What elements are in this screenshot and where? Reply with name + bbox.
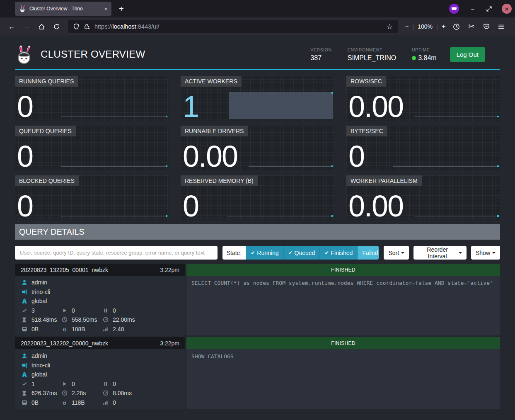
history-clock-icon[interactable] [450, 20, 463, 33]
reload-button[interactable] [50, 20, 63, 33]
source-sign-in-icon [21, 362, 28, 368]
pocket-icon[interactable] [480, 20, 493, 33]
stat-card: RUNNABLE DRIVERS 0.00 [181, 126, 334, 170]
stat-sparkline [61, 117, 167, 117]
stat-sparkline [414, 117, 499, 117]
query-row: 20220823_132202_00000_nwbzk 3:22pm FINIS… [15, 337, 500, 409]
wall-time-value: 518.48ms [31, 316, 57, 323]
current-memory-value: 0B [31, 399, 39, 406]
privacy-mask-extension-icon[interactable] [449, 4, 459, 14]
cumulative-value: 0 [113, 399, 116, 406]
sparkline-dot [331, 165, 333, 167]
show-dropdown[interactable]: Show [471, 246, 500, 260]
environment-label: ENVIRONMENT [348, 47, 396, 52]
state-filter-label: State: [222, 246, 246, 260]
stat-label: RUNNABLE DRIVERS [181, 126, 248, 136]
query-sql-text: SELECT COUNT(*) as nodes FROM system.run… [186, 276, 500, 335]
query-resource-group: global [31, 371, 47, 378]
minimize-button[interactable]: − [469, 5, 476, 12]
state-filter-group: State: ✔ Running ✔ Queued ✔ Finished Fai… [222, 246, 379, 260]
url-scheme: https:// [94, 23, 113, 30]
separator: | [436, 23, 438, 30]
screenshot-scissors-icon[interactable]: ✂ [465, 20, 478, 33]
sparkline-dot [166, 165, 167, 167]
query-filter-toolbar: State: ✔ Running ✔ Queued ✔ Finished Fai… [15, 246, 500, 260]
stat-value: 1 [183, 92, 198, 121]
bookmark-star-icon[interactable]: ☆ [387, 22, 393, 31]
browser-tab[interactable]: Cluster Overview - Trino × [15, 2, 111, 16]
sparkline-dot [331, 92, 333, 94]
current-memory-value: 0B [31, 326, 39, 333]
tracking-shield-icon[interactable] [73, 23, 80, 30]
lock-warning-icon[interactable] [84, 23, 90, 30]
query-time: 3:22pm [160, 267, 179, 273]
sparkline-dot [497, 215, 499, 217]
stat-sparkline [61, 166, 167, 167]
sort-dropdown[interactable]: Sort [384, 246, 409, 260]
menu-hamburger-icon[interactable] [495, 20, 508, 33]
browser-navbar: ← → https://localhost:8443/ui/ ☆ − | 100… [0, 17, 515, 36]
stat-label: WORKER PARALLELISM [346, 175, 422, 186]
stat-sparkline [414, 216, 499, 216]
uptime-value: 3.84m [418, 54, 436, 62]
query-id-link[interactable]: 20220823_132205_00001_nwbzk [21, 267, 108, 273]
query-search-input[interactable] [15, 246, 218, 260]
zoom-out-button[interactable]: − [405, 23, 409, 30]
sparkline-dot [331, 215, 333, 217]
logout-button[interactable]: Log Out [450, 47, 485, 62]
back-button[interactable]: ← [5, 20, 18, 33]
stat-card: QUEUED QUERIES 0 [15, 126, 169, 170]
sparkline-dot [497, 116, 499, 117]
cumulative-chart-icon [102, 326, 109, 332]
check-icon: ✔ [251, 250, 255, 256]
peak-memory-flame-icon [61, 400, 68, 405]
state-filter-running[interactable]: ✔ Running [246, 246, 283, 260]
sparkline-dot [166, 215, 167, 217]
wall-time-hourglass-icon [21, 391, 28, 396]
query-status-badge: FINISHED [186, 264, 500, 276]
zoom-in-button[interactable]: + [442, 22, 446, 31]
sparkline-dot [497, 165, 499, 167]
queued-splits-value: 0 [113, 381, 116, 387]
query-details-header: QUERY DETAILS [15, 224, 500, 240]
show-label: Show [476, 250, 490, 256]
query-id-bar: 20220823_132205_00001_nwbzk 3:22pm [15, 264, 185, 276]
stat-label: ACTIVE WORKERS [181, 76, 242, 87]
stat-value: 0 [348, 142, 364, 170]
state-filter-failed-dropdown[interactable]: Failed [357, 246, 379, 260]
cpu-time-clock-icon [61, 390, 68, 396]
stat-value: 0 [183, 192, 198, 220]
url-bar[interactable]: https://localhost:8443/ui/ ☆ [68, 20, 398, 33]
stat-value: 0.00 [348, 92, 403, 121]
url-text[interactable]: https://localhost:8443/ui/ [94, 23, 159, 30]
completed-splits-check-icon [21, 308, 28, 313]
restore-window-button[interactable] [486, 6, 492, 12]
current-memory-icon [21, 400, 28, 405]
state-filter-finished[interactable]: ✔ Finished [319, 246, 357, 260]
sort-label: Sort [388, 250, 399, 256]
queued-splits-pause-icon [102, 308, 109, 313]
version-block: VERSION 387 [310, 47, 331, 62]
query-row: 20220823_132205_00001_nwbzk 3:22pm FINIS… [15, 264, 500, 335]
new-tab-button[interactable]: + [119, 4, 124, 14]
stat-sparkline [227, 216, 333, 216]
chevron-down-icon [401, 252, 404, 254]
stat-value: 0.00 [183, 142, 237, 170]
reorder-interval-dropdown[interactable]: Reorder Interval [413, 246, 467, 260]
state-filter-queued[interactable]: ✔ Queued [283, 246, 320, 260]
home-button[interactable] [35, 20, 48, 33]
wall-time-value: 626.37ms [31, 390, 57, 396]
user-icon [21, 279, 28, 285]
stats-grid: RUNNING QUERIES 0 ACTIVE WORKERS 1 ROWS/… [15, 76, 500, 220]
environment-value: SIMPLE_TRINO [348, 54, 396, 62]
close-window-button[interactable]: × [502, 4, 512, 14]
url-host: localhost [113, 23, 136, 30]
chevron-down-icon [492, 252, 496, 254]
queued-splits-value: 0 [113, 307, 116, 314]
zoom-level[interactable]: 100% [418, 23, 433, 30]
resource-group-road-icon [21, 298, 28, 304]
tab-close-icon[interactable]: × [104, 6, 107, 12]
query-id-link[interactable]: 20220823_132202_00000_nwbzk [21, 340, 108, 347]
cumulative-chart-icon [102, 400, 109, 405]
tab-title: Cluster Overview - Trino [29, 6, 101, 12]
